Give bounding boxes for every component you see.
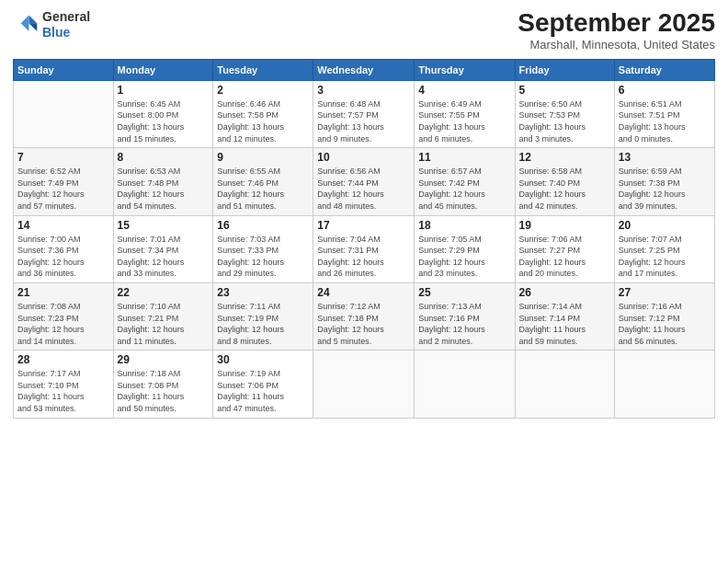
calendar-week-1: 1Sunrise: 6:45 AM Sunset: 8:00 PM Daylig… xyxy=(14,80,715,147)
day-number: 3 xyxy=(317,84,410,97)
calendar-cell xyxy=(14,80,114,147)
logo: General Blue xyxy=(13,9,90,40)
day-info: Sunrise: 6:59 AM Sunset: 7:38 PM Dayligh… xyxy=(619,166,711,212)
day-info: Sunrise: 6:55 AM Sunset: 7:46 PM Dayligh… xyxy=(217,166,309,212)
day-number: 16 xyxy=(217,219,309,232)
day-info: Sunrise: 6:56 AM Sunset: 7:44 PM Dayligh… xyxy=(317,166,410,212)
calendar-cell: 26Sunrise: 7:14 AM Sunset: 7:14 PM Dayli… xyxy=(515,282,614,350)
calendar-cell xyxy=(415,350,515,418)
calendar-cell: 27Sunrise: 7:16 AM Sunset: 7:12 PM Dayli… xyxy=(614,282,714,350)
day-number: 26 xyxy=(519,286,610,299)
weekday-header-saturday: Saturday xyxy=(614,59,714,80)
day-info: Sunrise: 7:18 AM Sunset: 7:08 PM Dayligh… xyxy=(118,368,210,414)
calendar-week-2: 7Sunrise: 6:52 AM Sunset: 7:49 PM Daylig… xyxy=(14,148,715,215)
calendar-cell: 6Sunrise: 6:51 AM Sunset: 7:51 PM Daylig… xyxy=(614,80,714,147)
day-number: 2 xyxy=(217,84,309,97)
calendar-cell: 9Sunrise: 6:55 AM Sunset: 7:46 PM Daylig… xyxy=(213,148,313,215)
month-title: September 2025 xyxy=(518,9,715,38)
day-info: Sunrise: 6:52 AM Sunset: 7:49 PM Dayligh… xyxy=(17,166,109,212)
day-info: Sunrise: 6:46 AM Sunset: 7:58 PM Dayligh… xyxy=(217,98,309,144)
day-info: Sunrise: 6:49 AM Sunset: 7:55 PM Dayligh… xyxy=(418,98,510,144)
calendar-cell: 23Sunrise: 7:11 AM Sunset: 7:19 PM Dayli… xyxy=(213,282,313,350)
day-info: Sunrise: 6:50 AM Sunset: 7:53 PM Dayligh… xyxy=(519,98,610,144)
weekday-header-sunday: Sunday xyxy=(14,59,114,80)
day-info: Sunrise: 6:53 AM Sunset: 7:48 PM Dayligh… xyxy=(118,166,210,212)
day-info: Sunrise: 6:48 AM Sunset: 7:57 PM Dayligh… xyxy=(317,98,410,144)
calendar-cell: 28Sunrise: 7:17 AM Sunset: 7:10 PM Dayli… xyxy=(14,350,114,418)
day-info: Sunrise: 7:19 AM Sunset: 7:06 PM Dayligh… xyxy=(217,368,309,414)
calendar-cell: 21Sunrise: 7:08 AM Sunset: 7:23 PM Dayli… xyxy=(14,282,114,350)
day-number: 13 xyxy=(619,151,711,164)
calendar: SundayMondayTuesdayWednesdayThursdayFrid… xyxy=(13,59,715,419)
weekday-header-thursday: Thursday xyxy=(415,59,515,80)
svg-marker-1 xyxy=(29,23,38,31)
calendar-cell: 17Sunrise: 7:04 AM Sunset: 7:31 PM Dayli… xyxy=(313,215,415,282)
calendar-week-5: 28Sunrise: 7:17 AM Sunset: 7:10 PM Dayli… xyxy=(14,350,715,418)
logo-icon xyxy=(13,12,39,38)
day-number: 14 xyxy=(17,219,109,232)
calendar-cell: 20Sunrise: 7:07 AM Sunset: 7:25 PM Dayli… xyxy=(614,215,714,282)
day-info: Sunrise: 7:10 AM Sunset: 7:21 PM Dayligh… xyxy=(118,301,210,347)
calendar-cell: 14Sunrise: 7:00 AM Sunset: 7:36 PM Dayli… xyxy=(14,215,114,282)
weekday-header-monday: Monday xyxy=(113,59,213,80)
day-number: 19 xyxy=(519,219,610,232)
calendar-week-4: 21Sunrise: 7:08 AM Sunset: 7:23 PM Dayli… xyxy=(14,282,715,350)
location-title: Marshall, Minnesota, United States xyxy=(518,38,715,52)
day-info: Sunrise: 7:17 AM Sunset: 7:10 PM Dayligh… xyxy=(17,368,109,414)
calendar-cell: 3Sunrise: 6:48 AM Sunset: 7:57 PM Daylig… xyxy=(313,80,415,147)
weekday-header-wednesday: Wednesday xyxy=(313,59,415,80)
day-number: 12 xyxy=(519,151,610,164)
day-info: Sunrise: 7:05 AM Sunset: 7:29 PM Dayligh… xyxy=(418,234,510,280)
calendar-cell: 30Sunrise: 7:19 AM Sunset: 7:06 PM Dayli… xyxy=(213,350,313,418)
day-number: 24 xyxy=(317,286,410,299)
calendar-cell: 19Sunrise: 7:06 AM Sunset: 7:27 PM Dayli… xyxy=(515,215,614,282)
calendar-cell: 2Sunrise: 6:46 AM Sunset: 7:58 PM Daylig… xyxy=(213,80,313,147)
day-number: 27 xyxy=(619,286,711,299)
day-info: Sunrise: 7:14 AM Sunset: 7:14 PM Dayligh… xyxy=(519,301,610,347)
day-number: 28 xyxy=(17,353,109,366)
day-info: Sunrise: 7:07 AM Sunset: 7:25 PM Dayligh… xyxy=(619,234,711,280)
day-info: Sunrise: 7:16 AM Sunset: 7:12 PM Dayligh… xyxy=(619,301,711,347)
calendar-cell: 8Sunrise: 6:53 AM Sunset: 7:48 PM Daylig… xyxy=(113,148,213,215)
day-number: 4 xyxy=(418,84,510,97)
svg-marker-0 xyxy=(29,15,38,23)
calendar-cell: 24Sunrise: 7:12 AM Sunset: 7:18 PM Dayli… xyxy=(313,282,415,350)
logo-text: General Blue xyxy=(42,9,90,40)
day-info: Sunrise: 7:08 AM Sunset: 7:23 PM Dayligh… xyxy=(17,301,109,347)
calendar-week-3: 14Sunrise: 7:00 AM Sunset: 7:36 PM Dayli… xyxy=(14,215,715,282)
calendar-cell: 4Sunrise: 6:49 AM Sunset: 7:55 PM Daylig… xyxy=(415,80,515,147)
day-info: Sunrise: 6:51 AM Sunset: 7:51 PM Dayligh… xyxy=(619,98,711,144)
day-info: Sunrise: 7:03 AM Sunset: 7:33 PM Dayligh… xyxy=(217,234,309,280)
day-info: Sunrise: 7:06 AM Sunset: 7:27 PM Dayligh… xyxy=(519,234,610,280)
day-number: 25 xyxy=(418,286,510,299)
calendar-cell: 15Sunrise: 7:01 AM Sunset: 7:34 PM Dayli… xyxy=(113,215,213,282)
weekday-header-friday: Friday xyxy=(515,59,614,80)
day-number: 10 xyxy=(317,151,410,164)
page: General Blue September 2025 Marshall, Mi… xyxy=(0,0,728,563)
day-number: 8 xyxy=(118,151,210,164)
day-info: Sunrise: 6:57 AM Sunset: 7:42 PM Dayligh… xyxy=(418,166,510,212)
day-number: 17 xyxy=(317,219,410,232)
day-info: Sunrise: 7:00 AM Sunset: 7:36 PM Dayligh… xyxy=(17,234,109,280)
day-number: 20 xyxy=(619,219,711,232)
calendar-cell: 22Sunrise: 7:10 AM Sunset: 7:21 PM Dayli… xyxy=(113,282,213,350)
day-number: 18 xyxy=(418,219,510,232)
calendar-cell: 18Sunrise: 7:05 AM Sunset: 7:29 PM Dayli… xyxy=(415,215,515,282)
header: General Blue September 2025 Marshall, Mi… xyxy=(13,9,715,52)
day-number: 21 xyxy=(17,286,109,299)
day-info: Sunrise: 7:01 AM Sunset: 7:34 PM Dayligh… xyxy=(118,234,210,280)
calendar-cell: 7Sunrise: 6:52 AM Sunset: 7:49 PM Daylig… xyxy=(14,148,114,215)
calendar-cell: 11Sunrise: 6:57 AM Sunset: 7:42 PM Dayli… xyxy=(415,148,515,215)
logo-line1: General xyxy=(42,9,90,25)
day-info: Sunrise: 7:04 AM Sunset: 7:31 PM Dayligh… xyxy=(317,234,410,280)
day-number: 7 xyxy=(17,151,109,164)
title-block: September 2025 Marshall, Minnesota, Unit… xyxy=(518,9,715,52)
svg-marker-2 xyxy=(21,15,29,31)
calendar-cell: 1Sunrise: 6:45 AM Sunset: 8:00 PM Daylig… xyxy=(113,80,213,147)
day-info: Sunrise: 6:45 AM Sunset: 8:00 PM Dayligh… xyxy=(118,98,210,144)
day-number: 1 xyxy=(118,84,210,97)
calendar-cell xyxy=(313,350,415,418)
day-number: 29 xyxy=(118,353,210,366)
day-number: 23 xyxy=(217,286,309,299)
weekday-header-tuesday: Tuesday xyxy=(213,59,313,80)
